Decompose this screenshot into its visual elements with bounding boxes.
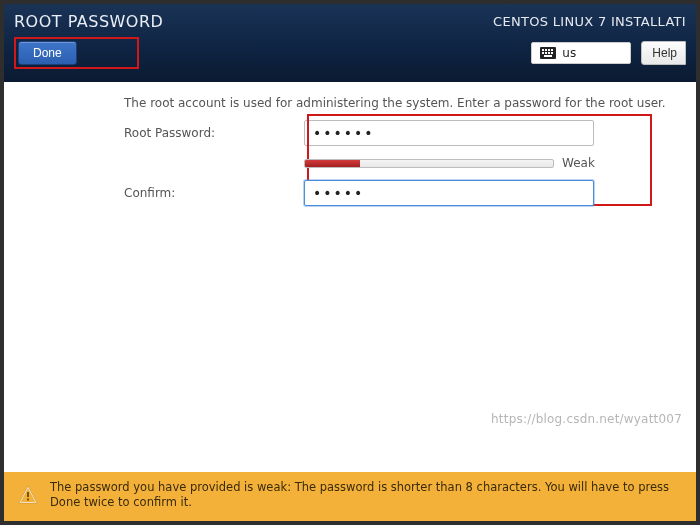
root-password-input[interactable] bbox=[304, 120, 594, 146]
warning-icon bbox=[18, 485, 38, 505]
password-form: Root Password: Weak Confirm: bbox=[124, 120, 676, 206]
svg-rect-12 bbox=[27, 492, 29, 497]
body-area: The root account is used for administeri… bbox=[4, 82, 696, 472]
watermark-text: https://blog.csdn.net/wyatt007 bbox=[491, 412, 682, 426]
help-button[interactable]: Help bbox=[641, 41, 686, 65]
svg-rect-6 bbox=[545, 52, 547, 54]
confirm-password-label: Confirm: bbox=[124, 186, 304, 200]
root-password-label: Root Password: bbox=[124, 126, 304, 140]
done-highlight: Done bbox=[14, 37, 139, 69]
page-title: ROOT PASSWORD bbox=[14, 12, 163, 31]
warning-text: The password you have provided is weak: … bbox=[50, 480, 682, 511]
svg-rect-7 bbox=[548, 52, 550, 54]
keyboard-layout-label: us bbox=[562, 46, 576, 60]
done-button[interactable]: Done bbox=[18, 41, 77, 65]
svg-rect-2 bbox=[545, 49, 547, 51]
install-title: CENTOS LINUX 7 INSTALLATI bbox=[493, 14, 686, 29]
confirm-password-input[interactable] bbox=[304, 180, 594, 206]
svg-rect-5 bbox=[542, 52, 544, 54]
keyboard-layout-indicator[interactable]: us bbox=[531, 42, 631, 64]
password-strength-label: Weak bbox=[562, 156, 595, 170]
password-strength-fill bbox=[305, 160, 360, 167]
intro-text: The root account is used for administeri… bbox=[124, 96, 676, 110]
svg-rect-13 bbox=[27, 499, 29, 501]
warning-bar: The password you have provided is weak: … bbox=[4, 472, 696, 521]
header-bar: ROOT PASSWORD CENTOS LINUX 7 INSTALLATI … bbox=[4, 4, 696, 82]
keyboard-icon bbox=[540, 47, 556, 59]
svg-rect-3 bbox=[548, 49, 550, 51]
svg-rect-8 bbox=[551, 52, 553, 54]
svg-rect-4 bbox=[551, 49, 553, 51]
password-strength-meter bbox=[304, 159, 554, 168]
svg-rect-1 bbox=[542, 49, 544, 51]
svg-rect-9 bbox=[544, 55, 552, 57]
